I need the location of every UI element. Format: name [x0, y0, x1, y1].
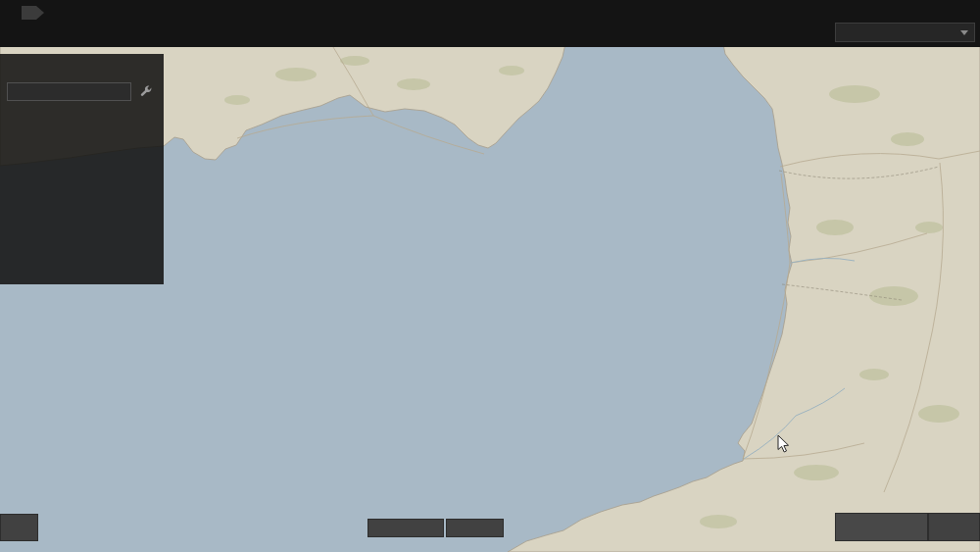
vehicle-selector-row: [7, 82, 157, 101]
realism-button[interactable]: [835, 513, 928, 541]
exit-button[interactable]: [0, 514, 38, 541]
wrench-icon: [139, 85, 153, 99]
vehicle-select-input[interactable]: [7, 82, 131, 101]
quick-mission-builder-screen: [0, 0, 980, 552]
vehicle-config-button[interactable]: [136, 82, 156, 101]
top-bar: [0, 0, 980, 47]
your-vehicle-panel: [0, 54, 164, 284]
main-menu-button[interactable]: [22, 6, 44, 20]
weather-and-time-button[interactable]: [368, 519, 444, 537]
start-button[interactable]: [928, 513, 980, 541]
ground-targets-button[interactable]: [446, 519, 504, 537]
map-select[interactable]: [835, 23, 975, 42]
chevron-down-icon: [960, 30, 968, 35]
map-picker: [823, 23, 975, 42]
